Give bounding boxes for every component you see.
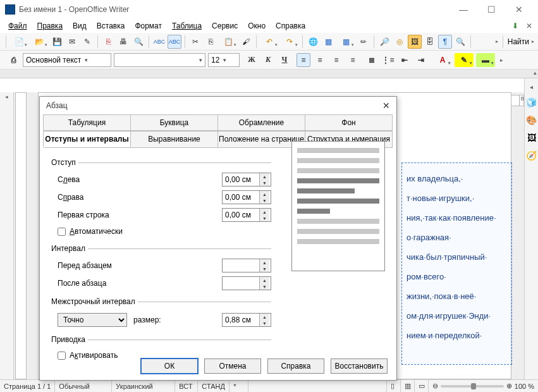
drawing-button[interactable]: ✏ (357, 35, 370, 49)
menu-edit[interactable]: Правка (33, 20, 68, 32)
minimize-button[interactable]: — (449, 1, 477, 18)
status-style[interactable]: Обычный (55, 380, 112, 392)
underline-button[interactable]: Ч (278, 53, 291, 67)
edit-mode-button[interactable]: ✎ (80, 35, 94, 49)
indent-dec-button[interactable]: ⇤ (398, 53, 412, 67)
maximize-button[interactable]: ☐ (477, 1, 505, 18)
linespacing-select[interactable]: Точно (58, 313, 127, 327)
reset-button[interactable]: Восстановить (331, 358, 388, 374)
tab-background[interactable]: Фон (305, 114, 393, 130)
paste-button[interactable]: 📋 (219, 35, 238, 49)
menu-tools[interactable]: Сервис (207, 20, 242, 32)
menu-file[interactable]: Файл (4, 20, 32, 32)
register-checkbox[interactable] (58, 352, 66, 360)
status-language[interactable]: Украинский (112, 380, 175, 392)
open-button[interactable]: 📂 (30, 35, 49, 49)
sidebar-navigator-icon[interactable]: 🧭 (526, 150, 537, 161)
zoom-slider[interactable] (441, 385, 504, 388)
menu-format[interactable]: Формат (130, 20, 166, 32)
bgcolor-button[interactable]: ▬ (476, 53, 495, 67)
nonprinting-button[interactable]: ¶ (438, 35, 452, 49)
indent-right-input[interactable]: ▲▼ (222, 190, 271, 204)
new-button[interactable]: 📄 (9, 35, 28, 49)
align-justify-button[interactable]: ≡ (346, 53, 360, 67)
gallery-button[interactable]: 🖼 (408, 35, 422, 49)
align-right-button[interactable]: ≡ (329, 53, 343, 67)
tab-alignment[interactable]: Выравнивание (130, 131, 218, 147)
highlight-button[interactable]: ✎ (455, 53, 474, 67)
tab-indents[interactable]: Отступы и интервалы (43, 131, 131, 147)
menu-insert[interactable]: Вставка (92, 20, 130, 32)
fmt-toolbar-overflow[interactable]: ▸ (500, 57, 503, 63)
export-pdf-button[interactable]: ⎘ (101, 35, 115, 49)
status-selection-mode[interactable]: СТАНД (198, 380, 229, 392)
format-paint-button[interactable]: 🖌 (239, 35, 253, 49)
menu-table[interactable]: Таблица (168, 20, 206, 32)
zoom-value[interactable]: 100 % (515, 383, 534, 390)
zoom-in[interactable]: ⊕ (506, 382, 512, 390)
auto-indent-checkbox[interactable] (58, 228, 66, 236)
tab-tabulation[interactable]: Табуляция (43, 114, 131, 130)
sidebar-styles-icon[interactable]: 🎨 (526, 114, 537, 126)
status-insert-mode[interactable]: ВСТ (175, 380, 198, 392)
spellcheck-button[interactable]: ABC (152, 35, 166, 49)
sidebar-expand[interactable]: ◂ (530, 83, 533, 90)
find-replace-button[interactable]: 🔎 (377, 35, 391, 49)
font-name-combo[interactable]: ▾ (114, 53, 205, 67)
vertical-ruler[interactable] (15, 92, 27, 379)
tab-dropcaps[interactable]: Буквица (130, 114, 218, 130)
space-before-input[interactable]: ▲▼ (222, 259, 271, 273)
align-center-button[interactable]: ≡ (313, 53, 327, 67)
datasources-button[interactable]: 🗄 (423, 35, 437, 49)
tab-borders[interactable]: Обрамление (217, 114, 305, 130)
indent-left-input[interactable]: ▲▼ (222, 173, 271, 187)
status-layout-book[interactable]: ▭ (415, 380, 429, 392)
dialog-titlebar[interactable]: Абзац ✕ (40, 97, 396, 114)
document-text[interactable]: их владельца,· т·новые·игрушки,· ния,·та… (407, 169, 508, 345)
redo-button[interactable]: ↷ (280, 35, 299, 49)
print-button[interactable]: 🖶 (116, 35, 130, 49)
status-layout-multi[interactable]: ▥ (401, 380, 415, 392)
italic-button[interactable]: К (261, 53, 275, 67)
indent-inc-button[interactable]: ⇥ (414, 53, 428, 67)
font-size-combo[interactable]: 12▾ (208, 53, 240, 67)
help-button[interactable]: Справка (267, 358, 324, 374)
sidebar-gallery-icon[interactable]: 🖼 (526, 132, 537, 144)
bullets-button[interactable]: ⋮≡ (381, 53, 395, 67)
dialog-close-button[interactable]: ✕ (382, 101, 390, 111)
styles-button[interactable]: ⎙ (6, 53, 20, 67)
print-preview-button[interactable]: 🔍 (131, 35, 145, 49)
status-layout-single[interactable]: ▯ (387, 380, 401, 392)
cut-button[interactable]: ✂ (188, 35, 202, 49)
menu-view[interactable]: Вид (68, 20, 91, 32)
sidebar-properties-icon[interactable]: 🧊 (526, 97, 537, 108)
status-page[interactable]: Страница 1 / 1 (0, 380, 55, 392)
zoom-out[interactable]: ⊖ (432, 382, 438, 390)
table-insert-button[interactable]: ▦ (336, 35, 355, 49)
close-doc-icon[interactable]: ✕ (524, 21, 534, 31)
close-window-button[interactable]: ✕ (505, 1, 533, 18)
find-toolbar-overflow[interactable]: ▸ (532, 39, 534, 44)
menu-window[interactable]: Окно (243, 20, 270, 32)
update-icon[interactable]: ⬇ (510, 21, 520, 31)
toolbar-overflow[interactable]: ▸ (496, 39, 498, 44)
hyperlink-button[interactable]: 🌐 (306, 35, 320, 49)
navigator-button[interactable]: ◎ (393, 35, 407, 49)
linespacing-size-input[interactable]: ▲▼ (222, 313, 271, 327)
font-color-button[interactable]: A (433, 53, 452, 67)
zoom-button[interactable]: 🔍 (453, 35, 467, 49)
para-style-combo[interactable]: Основной текст▾ (23, 53, 111, 67)
ok-button[interactable]: ОК (141, 358, 198, 374)
cancel-button[interactable]: Отмена (204, 358, 261, 374)
copy-button[interactable]: ⎘ (204, 35, 217, 49)
table-button[interactable]: ▦ (321, 35, 335, 49)
email-button[interactable]: ✉ (65, 35, 79, 49)
numbering-button[interactable]: ≣ (365, 53, 379, 67)
align-left-button[interactable]: ≡ (297, 53, 310, 67)
menu-help[interactable]: Справка (271, 20, 310, 32)
space-after-input[interactable]: ▲▼ (222, 276, 271, 290)
bold-button[interactable]: Ж (245, 53, 259, 67)
undo-button[interactable]: ↶ (260, 35, 279, 49)
indent-first-input[interactable]: ▲▼ (222, 208, 271, 222)
autospell-button[interactable]: ABC (168, 35, 181, 49)
